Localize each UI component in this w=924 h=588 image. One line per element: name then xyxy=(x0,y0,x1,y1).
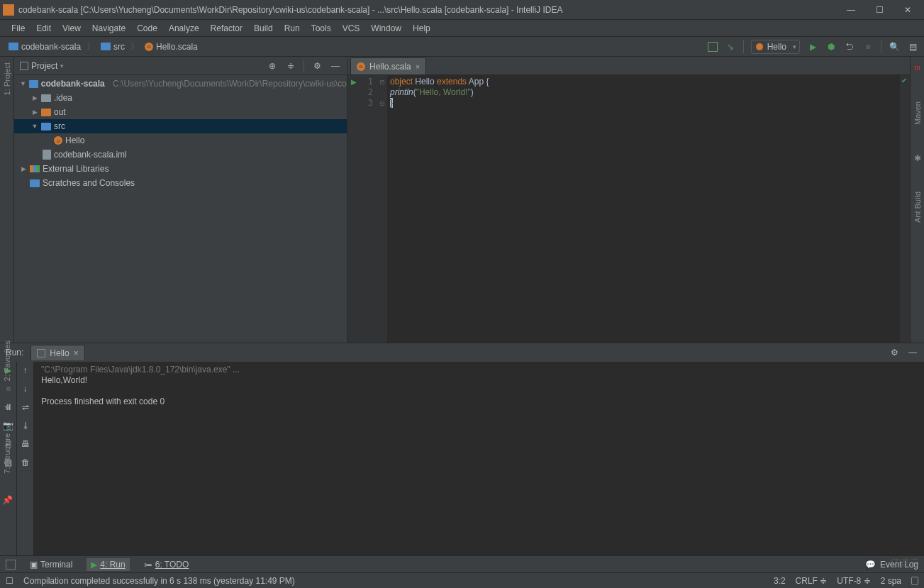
status-bar: ☐ Compilation completed successfully in … xyxy=(0,572,924,588)
close-button[interactable]: ✕ xyxy=(900,2,915,18)
breadcrumb-project[interactable]: codebank-scala xyxy=(6,40,84,53)
menu-build[interactable]: Build xyxy=(248,22,279,35)
minimize-button[interactable]: — xyxy=(843,2,859,18)
project-tree[interactable]: ▼ codebank-scala C:\Users\Yucheng\Docume… xyxy=(14,75,347,343)
breadcrumb-src[interactable]: src xyxy=(98,40,128,53)
separator xyxy=(743,40,744,53)
status-message: Compilation completed successfully in 6 … xyxy=(23,576,764,586)
run-icon: ▶ xyxy=(91,560,97,570)
run-toolbar-right: ↑ ↓ ⇌ ⤓ 🖶 🗑 xyxy=(17,362,34,555)
run-gear-icon[interactable]: ⚙ xyxy=(889,347,900,358)
run-button[interactable]: ▶ xyxy=(807,41,818,52)
pin-icon[interactable]: 📌 xyxy=(2,495,13,505)
window-title: codebank-scala [C:\Users\Yucheng\Documen… xyxy=(18,5,843,15)
wrap-icon[interactable]: ⇌ xyxy=(20,401,31,413)
todo-tool[interactable]: ≔6: TODO xyxy=(140,558,194,571)
menu-tools[interactable]: Tools xyxy=(306,22,337,35)
tool-maven[interactable]: Maven xyxy=(913,101,922,125)
search-everywhere-icon[interactable]: 🔍 xyxy=(889,41,900,52)
menu-file[interactable]: File xyxy=(6,22,30,35)
folder-icon xyxy=(41,94,51,102)
main-area: 1: Project Project ▾ ⊕ ≑ ⚙ — ▼ codebank-… xyxy=(0,57,924,343)
menu-navigate[interactable]: Navigate xyxy=(87,22,131,35)
code-editor[interactable]: object Hello extends App { println("Hell… xyxy=(387,75,900,343)
todo-icon: ≔ xyxy=(144,560,152,570)
tree-idea[interactable]: ▶ .idea xyxy=(14,91,347,105)
run-tab-hello[interactable]: Hello × xyxy=(30,345,84,360)
close-tab-icon[interactable]: × xyxy=(416,62,420,71)
menu-view[interactable]: View xyxy=(57,22,87,35)
menu-help[interactable]: Help xyxy=(407,22,436,35)
editor-tab-hello[interactable]: o Hello.scala × xyxy=(350,57,426,74)
breadcrumb-file[interactable]: oHello.scala xyxy=(142,40,201,53)
source-folder-icon xyxy=(41,123,51,131)
tree-out[interactable]: ▶ out xyxy=(14,105,347,119)
run-console-output[interactable]: "C:\Program Files\Java\jdk1.8.0_172\bin\… xyxy=(34,362,924,555)
hammer-icon[interactable]: ↘ xyxy=(725,41,736,52)
fold-gutter[interactable]: ⊟⊟ xyxy=(377,75,387,343)
terminal-tool[interactable]: ▣Terminal xyxy=(26,558,77,571)
tree-external-libs[interactable]: ▶ External Libraries xyxy=(14,162,347,176)
tool-project[interactable]: 1: Project xyxy=(3,62,11,95)
status-position[interactable]: 3:2 xyxy=(774,576,786,586)
gear-icon[interactable]: ⚙ xyxy=(311,60,323,72)
locate-icon[interactable]: ⊕ xyxy=(267,60,278,72)
tool-ant[interactable]: Ant Build xyxy=(913,192,922,223)
tree-iml[interactable]: codebank-scala.iml xyxy=(14,148,347,162)
menu-analyze[interactable]: Analyze xyxy=(163,22,205,35)
scala-file-icon: o xyxy=(145,43,153,51)
left-tool-gutter: 1: Project xyxy=(0,57,14,343)
status-encoding[interactable]: UTF-8 ≑ xyxy=(837,576,870,586)
menu-window[interactable]: Window xyxy=(365,22,407,35)
down-icon[interactable]: ↓ xyxy=(20,383,31,394)
close-run-tab-icon[interactable]: × xyxy=(74,348,79,358)
project-icon xyxy=(20,62,28,70)
stop-button[interactable]: ■ xyxy=(862,41,874,52)
run-line-marker-icon[interactable]: ▶ xyxy=(351,77,357,87)
scala-file-icon: o xyxy=(357,62,365,71)
debug-button[interactable]: ⬢ xyxy=(825,41,837,52)
editor-scrollbar[interactable] xyxy=(900,75,910,343)
tree-scratches[interactable]: ▶ Scratches and Consoles xyxy=(14,176,347,190)
menu-bar: File Edit View Navigate Code Analyze Ref… xyxy=(0,20,924,37)
status-bar-icon[interactable]: ☐ xyxy=(6,576,13,586)
event-log-button[interactable]: Event Log xyxy=(880,560,918,570)
tool-structure[interactable]: 7: Structure xyxy=(3,433,11,474)
maven-icon[interactable]: m xyxy=(914,62,920,73)
tree-root[interactable]: ▼ codebank-scala C:\Users\Yucheng\Docume… xyxy=(14,77,347,91)
editor-body[interactable]: ▶ 123 ⊟⊟ object Hello extends App { prin… xyxy=(347,75,910,343)
inspection-ok-icon[interactable]: ✔ xyxy=(901,77,907,84)
menu-edit[interactable]: Edit xyxy=(30,22,57,35)
lock-icon[interactable] xyxy=(911,577,918,585)
run-configuration-select[interactable]: Hello xyxy=(751,40,800,54)
status-indent[interactable]: 2 spa xyxy=(881,576,901,586)
menu-refactor[interactable]: Refactor xyxy=(205,22,248,35)
title-bar: codebank-scala [C:\Users\Yucheng\Documen… xyxy=(0,0,924,20)
tree-src[interactable]: ▼ src xyxy=(14,119,347,133)
hide-icon[interactable]: — xyxy=(330,60,341,72)
menu-code[interactable]: Code xyxy=(131,22,163,35)
print-icon[interactable]: 🖶 xyxy=(20,438,31,450)
folder-icon xyxy=(9,43,18,50)
menu-run[interactable]: Run xyxy=(279,22,306,35)
status-line-sep[interactable]: CRLF ≑ xyxy=(796,576,828,586)
tree-hello[interactable]: o Hello xyxy=(14,133,347,148)
menu-vcs[interactable]: VCS xyxy=(337,22,366,35)
tool-favorites[interactable]: 2: Favorites xyxy=(3,340,11,381)
build-icon[interactable] xyxy=(708,42,718,52)
project-view-selector[interactable]: Project ▾ xyxy=(20,61,262,71)
coverage-button[interactable]: ⮌ xyxy=(844,41,855,52)
settings-icon[interactable]: ▤ xyxy=(907,41,918,52)
run-gutter[interactable]: ▶ xyxy=(347,75,360,343)
tool-windows-icon[interactable] xyxy=(6,560,16,570)
maximize-button[interactable]: ☐ xyxy=(872,2,887,18)
ant-icon[interactable]: ✱ xyxy=(914,153,921,163)
intellij-icon xyxy=(3,4,14,16)
trash-icon[interactable]: 🗑 xyxy=(20,457,31,468)
run-hide-icon[interactable]: — xyxy=(907,347,918,358)
scroll-icon[interactable]: ⤓ xyxy=(20,420,31,431)
run-tool[interactable]: ▶4: Run xyxy=(87,558,129,571)
folder-icon xyxy=(101,43,111,50)
up-icon[interactable]: ↑ xyxy=(20,365,31,376)
collapse-icon[interactable]: ≑ xyxy=(285,60,296,72)
